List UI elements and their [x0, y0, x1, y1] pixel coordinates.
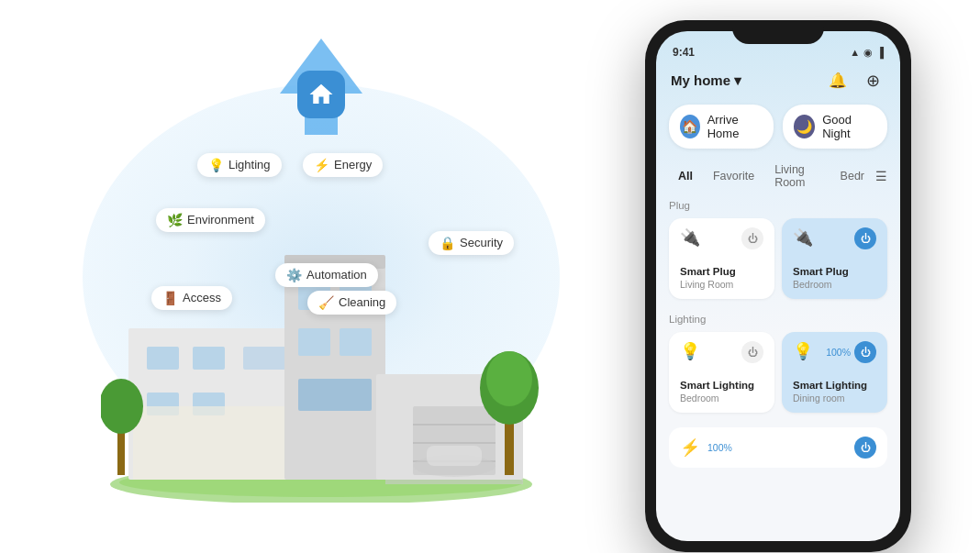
smart-plug-1-name: Smart Plug: [680, 266, 763, 277]
home-title-row[interactable]: My home ▾: [671, 72, 741, 89]
smart-room-plug-percent: 100%: [707, 442, 732, 453]
svg-marker-28: [385, 480, 523, 484]
label-cleaning[interactable]: 🧹 Cleaning: [307, 291, 396, 315]
smart-plug-1-icon: 🔌: [680, 227, 700, 248]
smart-light-1-card[interactable]: 💡 ⏻ Smart Lighting Bedroom: [669, 332, 774, 413]
label-environment[interactable]: 🌿 Environment: [156, 208, 265, 232]
header-icons: 🔔 ⊕: [825, 68, 885, 94]
lighting-label: Lighting: [228, 158, 271, 171]
smart-plug-2-icon: 🔌: [793, 227, 813, 248]
smart-plug-1-top: 🔌 ⏻: [680, 227, 763, 249]
smart-light-1-name: Smart Lighting: [680, 380, 763, 391]
smart-room-plug-icon: ⚡: [680, 437, 700, 458]
smart-light-2-card[interactable]: 💡 100% ⏻ Smart Lighting Dining room: [782, 332, 887, 413]
smart-light-1-top: 💡 ⏻: [680, 341, 763, 363]
filter-tabs: All Favorite Living Room Bedr ☰: [656, 158, 900, 200]
status-icons: ▲ ◉ ▐: [850, 47, 884, 59]
signal-icon: ▲: [850, 47, 860, 58]
phone-outer-shell: 9:41 ▲ ◉ ▐ My home ▾ 🔔 ⊕: [645, 20, 911, 552]
access-icon: 🚪: [162, 291, 178, 305]
access-label: Access: [183, 291, 221, 304]
lighting-icon: 💡: [208, 158, 224, 172]
environment-icon: 🌿: [167, 213, 183, 227]
energy-label: Energy: [334, 158, 372, 171]
arrive-home-icon: 🏠: [680, 115, 700, 138]
arrive-home-scene[interactable]: 🏠 Arrive Home: [669, 105, 774, 149]
app-header: My home ▾ 🔔 ⊕: [656, 62, 900, 101]
smart-light-2-top: 💡 100% ⏻: [793, 341, 876, 363]
status-time: 9:41: [673, 46, 695, 59]
phone-notch: [732, 20, 824, 44]
smart-light-1-room: Bedroom: [680, 393, 763, 404]
svg-rect-8: [133, 406, 298, 480]
label-security[interactable]: 🔒 Security: [429, 231, 514, 255]
scene-row: 🏠 Arrive Home 🌙 Good Night: [656, 101, 900, 158]
smart-light-2-power-btn[interactable]: ⏻: [854, 341, 876, 363]
home-brand-icon: [297, 71, 345, 118]
smart-room-plug-left: ⚡ 100%: [680, 437, 732, 458]
svg-point-27: [101, 379, 143, 434]
label-energy[interactable]: ⚡ Energy: [303, 153, 383, 177]
filter-menu-icon[interactable]: ☰: [875, 169, 887, 183]
home-svg-icon: [307, 81, 335, 108]
svg-rect-5: [243, 347, 289, 370]
tab-all[interactable]: All: [669, 166, 702, 186]
cleaning-label: Cleaning: [339, 295, 385, 309]
good-night-label: Good Night: [822, 113, 876, 140]
svg-rect-14: [298, 379, 372, 411]
tab-living-room[interactable]: Living Room: [765, 160, 829, 193]
good-night-scene[interactable]: 🌙 Good Night: [783, 105, 887, 149]
security-icon: 🔒: [440, 236, 455, 250]
tab-bedroom[interactable]: Bedr: [831, 166, 874, 186]
smart-light-1-icon: 💡: [680, 341, 700, 361]
smart-plug-1-card[interactable]: 🔌 ⏻ Smart Plug Living Room: [669, 218, 774, 299]
wifi-icon: ◉: [863, 47, 873, 59]
left-section: 💡 Lighting ⚡ Energy 🌿 Environment 🔒 Secu…: [55, 20, 587, 534]
svg-rect-12: [298, 328, 330, 356]
good-night-icon: 🌙: [794, 115, 815, 138]
label-access[interactable]: 🚪 Access: [151, 286, 232, 310]
smart-light-2-icon: 💡: [793, 341, 813, 361]
svg-rect-21: [427, 446, 482, 466]
bottom-partial: ⚡ 100% ⏻: [656, 427, 900, 468]
plug-device-grid: 🔌 ⏻ Smart Plug Living Room 🔌 ⏻: [669, 218, 887, 299]
lighting-device-grid: 💡 ⏻ Smart Lighting Bedroom 💡 100%: [669, 332, 887, 413]
cleaning-icon: 🧹: [318, 295, 334, 310]
battery-icon: ▐: [876, 47, 884, 58]
arrive-home-label: Arrive Home: [707, 113, 763, 140]
home-title-text: My home: [671, 72, 730, 88]
smart-room-plug-power-btn[interactable]: ⏻: [854, 437, 876, 459]
chevron-down-icon: ▾: [734, 72, 741, 89]
smart-light-1-power-btn[interactable]: ⏻: [741, 341, 763, 363]
automation-label: Automation: [306, 268, 367, 282]
svg-rect-13: [340, 328, 372, 356]
label-automation[interactable]: ⚙️ Automation: [275, 263, 378, 287]
automation-icon: ⚙️: [286, 268, 302, 282]
smart-plug-2-top: 🔌 ⏻: [793, 227, 876, 249]
phone-screen: 9:41 ▲ ◉ ▐ My home ▾ 🔔 ⊕: [656, 31, 900, 541]
energy-icon: ⚡: [314, 158, 329, 172]
smart-plug-1-power-btn[interactable]: ⏻: [741, 227, 763, 249]
phone-mockup: 9:41 ▲ ◉ ▐ My home ▾ 🔔 ⊕: [631, 20, 925, 534]
svg-point-25: [486, 351, 532, 406]
lighting-section-label: Lighting: [669, 314, 887, 325]
add-button[interactable]: ⊕: [860, 68, 885, 94]
label-lighting[interactable]: 💡 Lighting: [197, 153, 282, 177]
security-label: Security: [460, 236, 503, 249]
plug-section-label: Plug: [669, 200, 887, 211]
plug-section: Plug 🔌 ⏻ Smart Plug Living Room: [656, 200, 900, 314]
smart-plug-2-card[interactable]: 🔌 ⏻ Smart Plug Bedroom: [782, 218, 887, 299]
smart-room-plug-card[interactable]: ⚡ 100% ⏻: [669, 427, 887, 468]
lighting-section: Lighting 💡 ⏻ Smart Lighting Bedroom: [656, 314, 900, 427]
tab-favorite[interactable]: Favorite: [704, 166, 763, 186]
smart-light-2-name: Smart Lighting: [793, 380, 876, 391]
smart-plug-2-room: Bedroom: [793, 279, 876, 290]
smart-plug-2-power-btn[interactable]: ⏻: [854, 227, 876, 249]
svg-rect-3: [147, 347, 179, 370]
smart-plug-1-room: Living Room: [680, 279, 763, 290]
smart-light-2-percent: 100%: [826, 347, 851, 358]
bell-button[interactable]: 🔔: [825, 68, 851, 94]
smart-light-2-room: Dining room: [793, 393, 876, 404]
svg-rect-4: [193, 347, 225, 370]
smart-plug-2-name: Smart Plug: [793, 266, 876, 277]
